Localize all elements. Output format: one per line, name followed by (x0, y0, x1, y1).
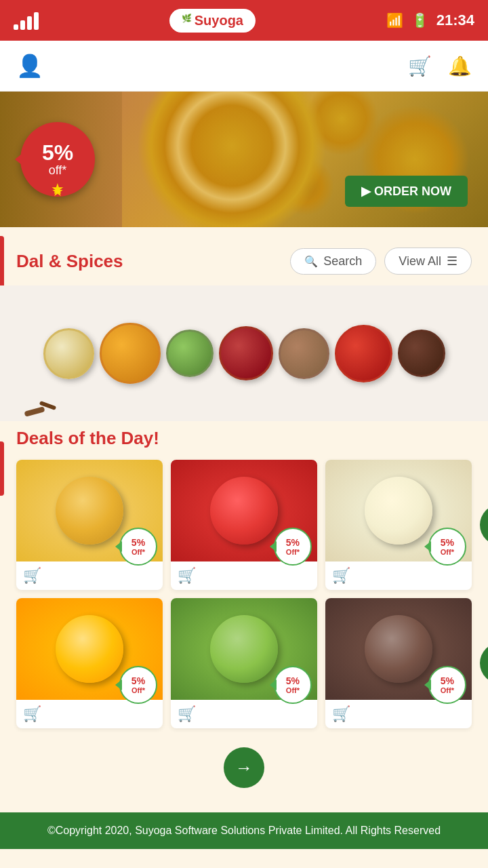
badge-percent-5: 5% (286, 675, 300, 686)
badge-off-5: Off* (286, 686, 300, 694)
product-badge-2: 5% Off* (274, 528, 312, 566)
product-badge-6: 5% Off* (428, 666, 466, 704)
header-right-icons: 🛒 🔔 (408, 55, 472, 77)
next-row2-button[interactable]: → (480, 643, 488, 684)
add-to-cart-button-2[interactable]: 🛒 (178, 567, 196, 585)
herb-bowl (166, 330, 214, 377)
app-logo: 🌿 Suyoga (169, 9, 256, 33)
app-header: 👤 🛒 🔔 (0, 41, 488, 92)
product-card-5: 5% Off* 🛒 (171, 598, 317, 728)
section-header: Dal & Spices 🔍 Search View All ☰ (16, 248, 472, 275)
notifications-button[interactable]: 🔔 (448, 55, 472, 77)
hero-banner: 5% off* ★ ▶ ORDER NOW (0, 92, 488, 227)
footer-text: ©Copyright 2020, Suyoga Software Solutio… (47, 825, 441, 836)
discount-badge: 5% off* ★ (20, 122, 95, 197)
products-row-1: 5% Off* 🛒 5% Off* 🛒 (16, 460, 472, 590)
status-bar: 🌿 Suyoga 📶 🔋 21:34 (0, 0, 488, 41)
product-footer-5: 🛒 (171, 700, 317, 728)
order-now-label: ▶ ORDER NOW (361, 184, 451, 199)
add-to-cart-button-3[interactable]: 🛒 (332, 567, 350, 585)
add-to-cart-button-1[interactable]: 🛒 (23, 567, 41, 585)
status-left (14, 11, 39, 30)
footer: ©Copyright 2020, Suyoga Software Solutio… (0, 812, 488, 849)
star-icon: ★ (52, 183, 64, 199)
pepper-bowl (398, 330, 445, 377)
search-label: Search (323, 254, 362, 269)
search-icon: 🔍 (304, 255, 318, 268)
badge-arrow-2 (270, 541, 277, 552)
turmeric-bowl (100, 323, 161, 384)
user-icon: 👤 (16, 54, 43, 78)
product-badge-3: 5% Off* (428, 528, 466, 566)
add-to-cart-button-6[interactable]: 🛒 (332, 705, 350, 723)
badge-percent-1: 5% (131, 537, 145, 548)
arrow-right-icon-center: → (235, 757, 253, 778)
product-footer-2: 🛒 (171, 561, 317, 590)
badge-off-2: Off* (286, 548, 300, 556)
badge-off-1: Off* (131, 548, 145, 556)
signal-icon (14, 11, 39, 30)
badge-arrow-6 (424, 679, 431, 690)
badge-percent-4: 5% (131, 675, 145, 686)
wifi-icon: 📶 (386, 12, 403, 28)
product-card-1: 5% Off* 🛒 (16, 460, 163, 590)
product-footer-6: 🛒 (325, 700, 472, 728)
product-footer-3: 🛒 (325, 561, 472, 590)
cart-button[interactable]: 🛒 (408, 55, 432, 77)
badge-off-3: Off* (441, 548, 454, 556)
filter-icon: ☰ (447, 254, 458, 269)
product-card-3: 5% Off* 🛒 (325, 460, 472, 590)
discount-percent: 5% (42, 142, 73, 163)
search-button[interactable]: 🔍 Search (290, 248, 376, 275)
deals-title: Deals of the Day! (16, 428, 472, 449)
badge-percent-2: 5% (286, 537, 300, 548)
user-profile-button[interactable]: 👤 (16, 53, 43, 79)
logo-leaf: 🌿 (182, 14, 192, 23)
badge-arrow-5 (270, 679, 277, 690)
product-card-2: 5% Off* 🛒 (171, 460, 317, 590)
product-card-4: 5% Off* 🛒 (16, 598, 163, 728)
discount-off: off* (49, 163, 67, 178)
products-row-2: 5% Off* 🛒 5% Off* 🛒 (16, 598, 472, 728)
sesame-bowl (43, 328, 94, 379)
badge-percent-6: 5% (441, 675, 454, 686)
deals-section: Deals of the Day! 5% Off* 🛒 5% (0, 421, 488, 806)
center-next-button[interactable]: → (224, 747, 264, 788)
logo-text: Suyoga (195, 13, 243, 28)
left-edge-indicator (0, 236, 4, 290)
status-time: 21:34 (436, 12, 474, 29)
badge-arrow-4 (115, 679, 122, 690)
chili-bowl (219, 326, 273, 380)
add-to-cart-button-5[interactable]: 🛒 (178, 705, 196, 723)
badge-arrow-3 (424, 541, 431, 552)
order-now-button[interactable]: ▶ ORDER NOW (345, 176, 468, 207)
view-all-button[interactable]: View All ☰ (384, 248, 472, 275)
banner-content: 5% off* ★ (0, 92, 488, 227)
dal-spices-section: Dal & Spices 🔍 Search View All ☰ (0, 234, 488, 292)
left-edge-indicator-2 (0, 441, 4, 496)
battery-icon: 🔋 (411, 12, 428, 28)
product-footer-4: 🛒 (16, 700, 163, 728)
dal-spices-title: Dal & Spices (16, 251, 123, 272)
product-footer-1: 🛒 (16, 561, 163, 590)
spices-image-banner (0, 285, 488, 421)
bell-icon: 🔔 (448, 56, 472, 77)
view-all-label: View All (399, 254, 441, 269)
badge-off-4: Off* (131, 686, 145, 694)
section-controls: 🔍 Search View All ☰ (290, 248, 472, 275)
product-badge-1: 5% Off* (119, 528, 157, 566)
add-to-cart-button-4[interactable]: 🛒 (23, 705, 41, 723)
center-next-container: → (16, 736, 472, 799)
badge-arrow-1 (115, 541, 122, 552)
product-badge-4: 5% Off* (119, 666, 157, 704)
cart-icon: 🛒 (408, 56, 432, 77)
paprika-bowl (335, 325, 392, 382)
badge-percent-3: 5% (441, 537, 454, 548)
product-card-6: 5% Off* 🛒 (325, 598, 472, 728)
badge-off-6: Off* (441, 686, 454, 694)
product-badge-5: 5% Off* (274, 666, 312, 704)
status-right: 📶 🔋 21:34 (386, 12, 474, 29)
cumin-bowl (279, 328, 329, 379)
next-row1-button[interactable]: → (480, 505, 488, 545)
